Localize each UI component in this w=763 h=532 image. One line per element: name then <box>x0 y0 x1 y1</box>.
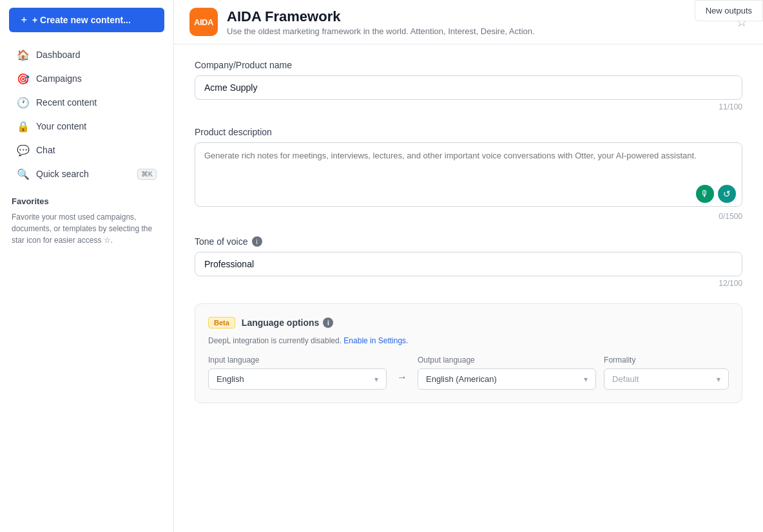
language-options-header: Beta Language options i <box>208 317 729 328</box>
output-language-value: English (American) <box>426 374 497 384</box>
quick-search-left: 🔍 Quick search <box>17 167 89 180</box>
plus-icon: ＋ <box>19 14 28 26</box>
sidebar-item-label: Campaigns <box>36 73 82 84</box>
product-description-char-count: 0/1500 <box>195 212 742 221</box>
logo-text: AIDA <box>194 17 213 27</box>
output-language-label: Output language <box>418 356 596 365</box>
language-selectors: Input language English ▾ → Output langua… <box>208 356 729 390</box>
sidebar-item-recent[interactable]: 🕐 Recent content <box>5 91 168 114</box>
favorites-section: Favorites Favorite your most used campai… <box>12 196 162 246</box>
input-language-chevron: ▾ <box>374 375 378 384</box>
favorites-title: Favorites <box>12 196 162 206</box>
company-name-input[interactable] <box>195 75 742 100</box>
sidebar-item-dashboard[interactable]: 🏠 Dashboard <box>5 43 168 66</box>
sidebar-item-chat[interactable]: 💬 Chat <box>5 138 168 162</box>
chat-icon: 💬 <box>17 144 30 157</box>
sidebar-item-label: Recent content <box>36 97 97 108</box>
company-name-label: Company/Product name <box>195 60 742 70</box>
beta-badge: Beta <box>208 317 235 328</box>
sidebar-nav: 🏠 Dashboard 🎯 Campaigns 🕐 Recent content… <box>0 43 173 186</box>
quick-search-label: Quick search <box>36 169 89 179</box>
top-bar: AIDA AIDA Framework Use the oldest marke… <box>174 0 763 44</box>
input-language-value: English <box>217 374 244 384</box>
tool-header: AIDA AIDA Framework Use the oldest marke… <box>189 8 535 36</box>
tool-logo: AIDA <box>189 8 218 36</box>
dashboard-icon: 🏠 <box>17 48 30 61</box>
deepl-notice: DeepL integration is currently disabled.… <box>208 336 729 345</box>
formality-value: Default <box>612 374 639 384</box>
main-area: AIDA AIDA Framework Use the oldest marke… <box>174 0 763 532</box>
new-outputs-button[interactable]: New outputs <box>695 0 763 21</box>
language-options-title: Language options i <box>242 318 334 328</box>
tone-of-voice-input[interactable] <box>195 252 742 276</box>
quick-search-kbd: ⌘K <box>137 169 157 180</box>
tool-info: AIDA Framework Use the oldest marketing … <box>227 8 535 36</box>
product-description-input[interactable] <box>195 142 742 207</box>
campaigns-icon: 🎯 <box>17 72 30 85</box>
output-language-chevron: ▾ <box>584 375 588 384</box>
output-language-select[interactable]: English (American) ▾ <box>418 368 596 390</box>
input-language-group: Input language English ▾ <box>208 356 387 390</box>
create-btn-label: + Create new content... <box>32 15 131 25</box>
formality-select[interactable]: Default ▾ <box>604 368 729 390</box>
product-description-label: Product description <box>195 127 742 137</box>
company-name-char-count: 11/100 <box>195 102 742 111</box>
sidebar-item-campaigns[interactable]: 🎯 Campaigns <box>5 67 168 90</box>
language-info-icon[interactable]: i <box>323 318 333 328</box>
input-language-label: Input language <box>208 356 387 365</box>
formality-group: Formality Default ▾ <box>604 356 729 390</box>
formality-chevron: ▾ <box>717 375 720 384</box>
sidebar-item-label: Chat <box>36 145 55 155</box>
company-name-field: Company/Product name 11/100 <box>195 60 742 111</box>
search-icon: 🔍 <box>17 167 30 180</box>
arrow-icon: → <box>397 372 407 390</box>
sidebar-item-your-content[interactable]: 🔒 Your content <box>5 115 168 138</box>
favorites-description: Favorite your most used campaigns, docum… <box>12 211 162 246</box>
input-language-select[interactable]: English ▾ <box>208 368 387 390</box>
form-area: Company/Product name 11/100 Product desc… <box>174 44 763 532</box>
refresh-icon-button[interactable]: ↺ <box>718 185 736 203</box>
sidebar-item-label: Dashboard <box>36 50 81 60</box>
tone-info-icon[interactable]: i <box>252 236 262 247</box>
language-options-box: Beta Language options i DeepL integratio… <box>195 303 742 403</box>
your-content-icon: 🔒 <box>17 120 30 133</box>
textarea-icons: 🎙 ↺ <box>696 185 736 203</box>
output-language-group: Output language English (American) ▾ <box>418 356 596 390</box>
sidebar: ＋ + Create new content... 🏠 Dashboard 🎯 … <box>0 0 174 532</box>
tone-of-voice-label: Tone of voice i <box>195 236 742 247</box>
formality-label: Formality <box>604 356 729 365</box>
tool-description: Use the oldest marketing framework in th… <box>227 26 535 36</box>
sidebar-item-label: Your content <box>36 121 86 131</box>
product-description-field: Product description 🎙 ↺ 0/1500 <box>195 127 742 221</box>
product-description-wrapper: 🎙 ↺ <box>195 142 742 209</box>
tone-char-count: 12/100 <box>195 279 742 288</box>
otter-icon-button[interactable]: 🎙 <box>696 185 714 203</box>
deepl-settings-link[interactable]: Enable in Settings. <box>343 336 408 345</box>
tool-title: AIDA Framework <box>227 8 535 25</box>
tone-of-voice-field: Tone of voice i 12/100 <box>195 236 742 288</box>
sidebar-item-quick-search[interactable]: 🔍 Quick search ⌘K <box>5 162 168 185</box>
create-new-button[interactable]: ＋ + Create new content... <box>9 8 164 32</box>
recent-icon: 🕐 <box>17 96 30 109</box>
